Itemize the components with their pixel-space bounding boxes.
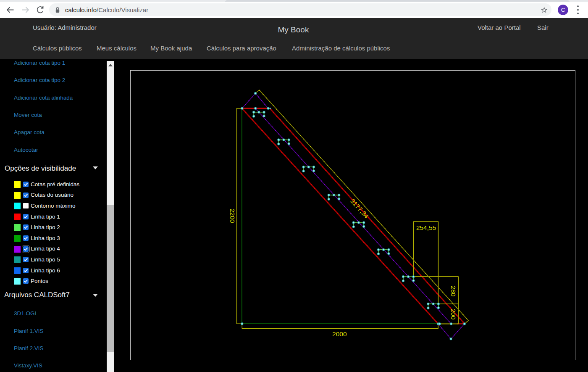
svg-text:280: 280 bbox=[450, 286, 457, 297]
svg-text:2000: 2000 bbox=[332, 330, 347, 338]
svg-text:200: 200 bbox=[450, 309, 457, 319]
svg-text:254,55: 254,55 bbox=[416, 224, 436, 231]
svg-text:2200: 2200 bbox=[229, 208, 236, 223]
